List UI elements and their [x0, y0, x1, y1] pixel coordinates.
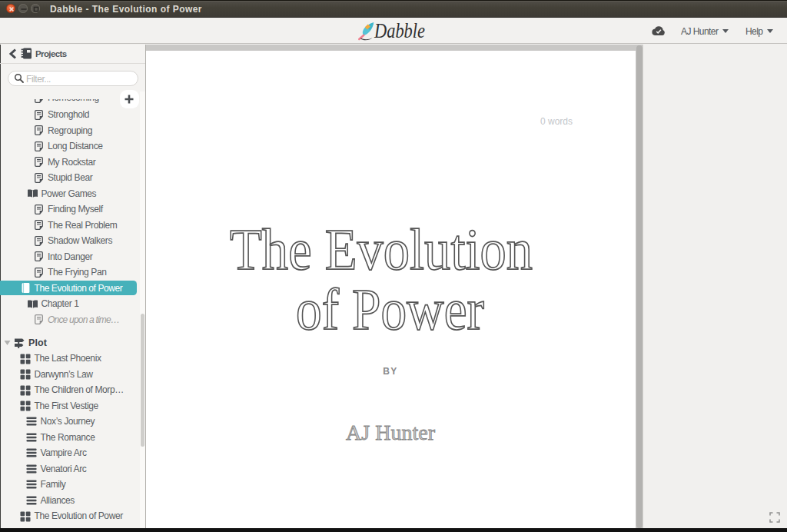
svg-text:AJ Hunter: AJ Hunter: [346, 421, 435, 444]
svg-text:Dabble: Dabble: [374, 20, 425, 42]
svg-text:The Evolution: The Evolution: [230, 217, 533, 281]
svg-text:of Power: of Power: [296, 277, 484, 341]
